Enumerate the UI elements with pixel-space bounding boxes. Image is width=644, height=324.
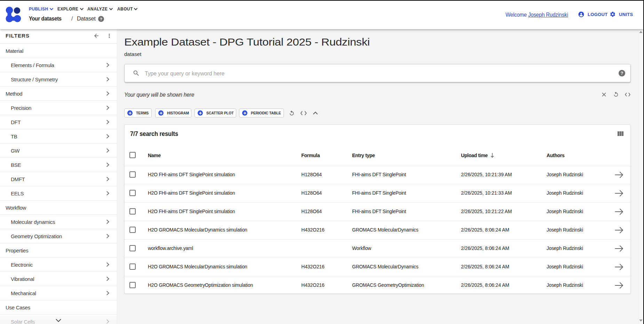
svg-text:?: ?: [621, 71, 623, 76]
svg-text:?: ?: [100, 17, 102, 21]
